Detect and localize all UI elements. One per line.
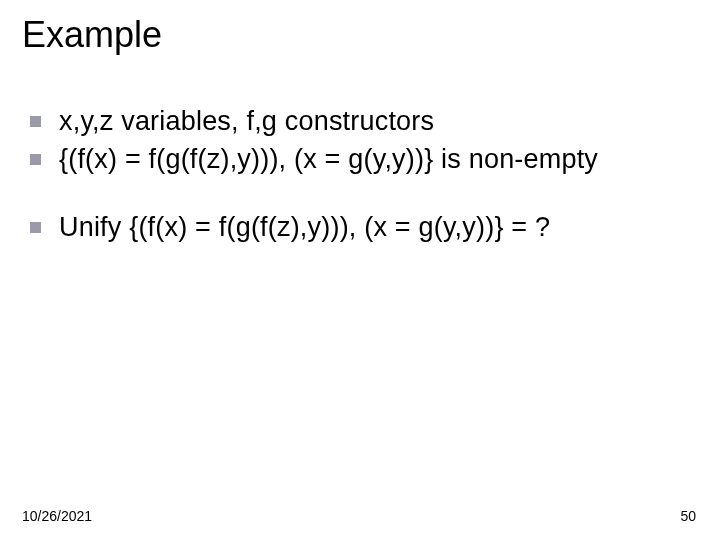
slide-title: Example: [22, 14, 162, 56]
list-item: x,y,z variables, f,g constructors: [22, 104, 690, 138]
square-bullet-icon: [30, 154, 41, 165]
slide-body: x,y,z variables, f,g constructors {(f(x)…: [22, 104, 690, 248]
bullet-text: Unify {(f(x) = f(g(f(z),y))), (x = g(y,y…: [59, 210, 550, 244]
square-bullet-icon: [30, 116, 41, 127]
list-item: Unify {(f(x) = f(g(f(z),y))), (x = g(y,y…: [22, 210, 690, 244]
footer-date: 10/26/2021: [22, 508, 92, 524]
list-item: {(f(x) = f(g(f(z),y))), (x = g(y,y))} is…: [22, 142, 690, 176]
slide: Example x,y,z variables, f,g constructor…: [0, 0, 720, 540]
footer-page-number: 50: [680, 508, 696, 524]
bullet-text: x,y,z variables, f,g constructors: [59, 104, 434, 138]
bullet-text: {(f(x) = f(g(f(z),y))), (x = g(y,y))} is…: [59, 142, 598, 176]
square-bullet-icon: [30, 222, 41, 233]
